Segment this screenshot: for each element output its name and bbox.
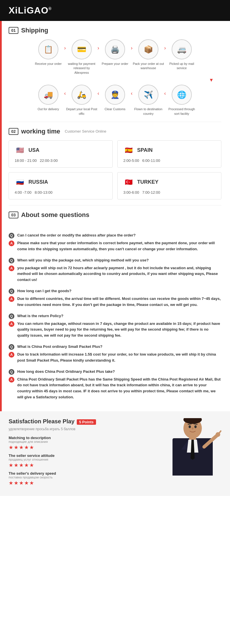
delivery-icon: 🚚: [38, 85, 58, 105]
step-prepare-label: Prepare your order: [102, 62, 128, 70]
qa-item-1: Q Can I cancel the order or modify the a…: [9, 232, 221, 252]
qa-a-text-4: You can return the package, without reas…: [17, 321, 221, 339]
q-badge-1: Q: [9, 233, 14, 238]
step-delivery: 🚚 Out for delivery: [32, 85, 64, 116]
step-receive-label: Receive your order: [35, 62, 62, 70]
qa-a-5: A Due to track information will increase…: [9, 352, 221, 364]
rating-service: The seller service attitude продавец усл…: [9, 453, 158, 468]
qa-q-text-3: How long can I get the goods?: [17, 288, 72, 294]
country-russia: 🇷🇺 RUSSIA 4:00 -7:00 8:00-13:00: [9, 172, 113, 199]
qa-a-text-2: you package will ship out in 72 hours af…: [17, 265, 221, 283]
step-flown: ✈️ Flown to destination country: [133, 85, 164, 116]
step-sort: 🌐 Processed through sort facility: [166, 85, 198, 116]
customs-icon: 👮: [105, 85, 125, 105]
satisfaction-subtitle: удовлетворение просьба играть 5 баллов: [9, 427, 158, 431]
step-sort-label: Processed through sort facility: [166, 107, 198, 116]
svg-point-12: [194, 425, 197, 428]
qa-item-5: Q What is China Post ordinary Small Pack…: [9, 344, 221, 364]
section-title-shipping: 01 Shipping: [9, 27, 221, 34]
qa-q-text-1: Can I cancel the order or modify the add…: [17, 232, 136, 238]
usa-name: USA: [28, 147, 39, 153]
qa-q-6: Q How long does China Post Oridinary Pac…: [9, 369, 221, 375]
a-badge-2: A: [9, 265, 14, 271]
usa-times: 18:00 - 21:00 22:00-3:00: [15, 158, 107, 163]
qa-item-4: Q What is the return Policy? A You can r…: [9, 313, 221, 339]
turkey-flag: 🇹🇷: [123, 177, 134, 187]
rating-service-sublabel: продавец услуг отношения: [9, 458, 158, 461]
section-label-working: working time: [21, 128, 60, 135]
country-grid: 🇺🇸 USA 18:00 - 21:00 22:00-3:00 🇪🇸 SPAIN…: [9, 140, 221, 199]
qa-q-2: Q When will you ship the package out, wh…: [9, 257, 221, 263]
rating-delivery-stars: ★★★★★: [9, 480, 158, 486]
qa-q-5: Q What is China Post ordinary Small Pack…: [9, 344, 221, 350]
section-label-shipping: Shipping: [21, 27, 48, 34]
arrow-down: ▾: [9, 76, 221, 83]
country-turkey-header: 🇹🇷 TURKEY: [123, 177, 215, 187]
qa-a-1: A Please make sure that your order infor…: [9, 240, 221, 252]
country-spain: 🇪🇸 SPAIN 2:00-5:00 6:00-11:00: [117, 140, 221, 168]
step-depart: 🛵 Depart your local Post offic: [66, 85, 97, 116]
qa-item-2: Q When will you ship the package out, wh…: [9, 257, 221, 283]
step-pack-label: Pack your order at out warehouse: [133, 62, 164, 71]
depart-icon: 🛵: [72, 85, 92, 105]
satisfaction-title: Satisfaction Please Play: [9, 418, 74, 425]
qa-section: Q Can I cancel the order or modify the a…: [0, 230, 230, 411]
step-customs: 👮 Clear Customs: [99, 85, 131, 116]
qa-item-6: Q How long does China Post Oridinary Pac…: [9, 369, 221, 400]
qa-q-text-4: What is the return Policy?: [17, 313, 63, 319]
brand-logo: XiLiGAO®: [9, 5, 52, 16]
qa-item-3: Q How long can I get the goods? A Due to…: [9, 288, 221, 308]
working-time-section: 02 working time Customer Service Online …: [0, 122, 230, 205]
qa-q-text-6: How long does China Post Oridinary Packe…: [17, 369, 115, 375]
receive-icon: 📋: [38, 39, 58, 59]
questions-section: 03 About some questions: [0, 205, 230, 230]
qa-a-text-5: Due to track information will increase 1…: [17, 352, 221, 364]
country-spain-header: 🇪🇸 SPAIN: [123, 145, 215, 156]
svg-point-11: [189, 425, 191, 428]
usa-flag: 🇺🇸: [15, 145, 25, 156]
person-illustration: [164, 418, 221, 476]
step-customs-label: Clear Customs: [105, 107, 126, 116]
qa-a-4: A You can return the package, without re…: [9, 321, 221, 339]
section-title-questions: 03 About some questions: [9, 211, 221, 219]
qa-q-text-5: What is China Post ordinary Small Packet…: [17, 344, 102, 350]
payment-icon: 💳: [72, 39, 92, 59]
section-num-questions: 03: [9, 212, 18, 218]
pack-icon: 📦: [138, 39, 158, 59]
q-badge-4: Q: [9, 313, 14, 319]
shipping-row-2: 🚚 Out for delivery ‹ 🛵 Depart your local…: [9, 85, 221, 116]
prepare-icon: 🖨️: [105, 39, 125, 59]
a-badge-4: A: [9, 321, 14, 327]
qa-a-text-1: Please make sure that your order informa…: [17, 240, 221, 252]
q-badge-5: Q: [9, 344, 14, 350]
country-russia-header: 🇷🇺 RUSSIA: [15, 177, 107, 187]
country-turkey: 🇹🇷 TURKEY 3:00-6:00 7:00-12:00: [117, 172, 221, 199]
russia-name: RUSSIA: [28, 179, 48, 185]
rating-service-label: The seller service attitude: [9, 453, 158, 458]
russia-times: 4:00 -7:00 8:00-13:00: [15, 190, 107, 195]
step-depart-label: Depart your local Post offic: [66, 107, 97, 116]
satisfaction-content: Satisfaction Please Play 5 Points удовле…: [9, 418, 158, 489]
step-receive: 📋 Receive your order: [32, 39, 64, 70]
qa-a-6: A China Post Oridinary Small Packet Plus…: [9, 377, 221, 400]
a-badge-6: A: [9, 377, 14, 383]
section-label-questions: About some questions: [21, 211, 89, 219]
rating-service-stars: ★★★★★: [9, 462, 158, 468]
rating-matching: Matching to description подходящие для о…: [9, 436, 158, 451]
section-num-working: 02: [9, 128, 18, 135]
spain-flag: 🇪🇸: [123, 145, 134, 156]
step-delivery-label: Out for delivery: [38, 107, 59, 116]
pickup-icon: 🚐: [172, 39, 192, 59]
qa-a-2: A you package will ship out in 72 hours …: [9, 265, 221, 283]
qa-q-1: Q Can I cancel the order or modify the a…: [9, 232, 221, 238]
rating-delivery: The seller's delivery speed поставка про…: [9, 471, 158, 486]
a-badge-5: A: [9, 352, 14, 358]
qa-a-text-3: Due to different countries, the arrival …: [17, 296, 221, 308]
step-pack: 📦 Pack your order at out warehouse: [133, 39, 164, 71]
rating-matching-stars: ★★★★★: [9, 444, 158, 451]
qa-a-3: A Due to different countries, the arriva…: [9, 296, 221, 308]
step-prepare: 🖨️ Prepare your order: [99, 39, 131, 70]
spain-name: SPAIN: [137, 147, 153, 153]
shipping-section: 01 Shipping 📋 Receive your order › 💳 wai…: [0, 21, 230, 122]
step-pickup: 🚐 Picked up by mail service: [166, 39, 198, 71]
